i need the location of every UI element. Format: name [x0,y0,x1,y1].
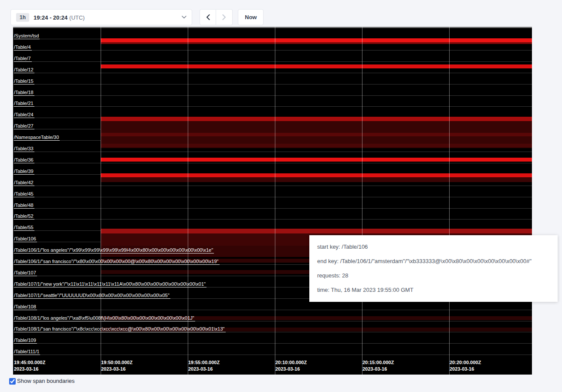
heat-band [101,38,532,42]
key-visualizer-canvas[interactable]: /System/tsd/Table/4/Table/7/Table/12/Tab… [13,27,532,375]
time-gridline [275,27,275,375]
span-boundary-line [13,73,532,73]
show-span-boundaries-checkbox[interactable] [9,378,16,385]
span-boundary-line [13,106,532,107]
span-boundary-line [13,208,532,209]
row-label: /Table/24 [14,112,34,118]
row-label: /Table/21 [14,101,34,107]
span-boundary-line [13,163,532,163]
heat-band [101,229,532,233]
toolbar: 1h 19:24 - 20:24(UTC) Now [10,9,264,25]
tooltip-start-key: start key: /Table/106 [317,243,550,250]
time-gridline [101,27,101,375]
x-axis-date: 2023-03-16 [14,366,45,372]
row-label: /Table/15 [14,78,34,84]
heat-band [101,177,532,182]
row-label: /Table/55 [14,225,34,231]
row-label: /Table/45 [14,191,34,197]
x-axis-label: 19:55:00.000Z2023-03-16 [188,359,220,372]
time-gridline [188,27,188,375]
row-label: /Table/106/1/"los angeles"/"\x99\x99\x99… [14,247,214,253]
time-range-timezone: (UTC) [69,14,85,21]
next-range-button[interactable] [216,9,233,25]
row-label: /NamespaceTable/30 [14,135,60,141]
now-button[interactable]: Now [238,9,264,25]
heat-band [101,42,532,44]
x-axis-date: 2023-03-16 [101,366,132,372]
row-label: /System/tsd [14,33,40,39]
show-span-boundaries-label: Show span boundaries [17,378,74,384]
row-label: /Table/107/1/"seattle"/"UUUUUUD\x00\x80\… [14,293,170,299]
row-label: /Table/108/1/"san francisco"/"\x8c\xcc\x… [14,326,226,332]
span-boundary-line [13,152,532,152]
x-axis-date: 2023-03-16 [188,366,220,372]
prev-range-button[interactable] [200,9,216,25]
x-axis-date: 2023-03-16 [275,366,307,372]
span-boundary-line [13,343,532,344]
row-label: /Table/39 [14,169,34,175]
x-axis-label: 19:50:00.000Z2023-03-16 [101,359,132,372]
x-axis-date: 2023-03-16 [362,366,394,372]
x-axis-label: 20:10:00.000Z2023-03-16 [275,359,307,372]
span-boundary-line [13,50,532,51]
row-label: /Table/107/1/"new york"/"\x11\x11\x11\x1… [14,281,207,287]
row-label: /Table/12 [14,67,34,73]
time-range-selector[interactable]: 1h 19:24 - 20:24(UTC) [10,9,192,25]
row-label: /Table/33 [14,146,34,152]
x-axis-label: 19:45:00.000Z2023-03-16 [14,359,45,372]
x-axis-time: 19:45:00.000Z [14,359,45,366]
row-label: /Table/7 [14,56,32,62]
time-range-value: 19:24 - 20:24 [34,14,68,21]
row-label: /Table/107 [14,270,37,276]
row-label: /Table/27 [14,123,34,129]
tooltip-requests: requests: 28 [317,272,550,279]
chevron-left-icon [206,14,210,20]
x-axis-date: 2023-03-16 [450,366,481,372]
span-boundary-line [13,355,532,355]
span-boundary-line [13,61,532,62]
span-boundary-line [13,27,532,28]
row-label: /Table/4 [14,44,32,51]
time-gridline [449,27,450,375]
chevron-right-icon [222,14,226,20]
heat-band [101,117,532,121]
time-preset-badge: 1h [16,13,29,22]
x-axis-time: 19:50:00.000Z [101,359,132,366]
show-span-boundaries-control: Show span boundaries [9,378,74,385]
span-boundary-line [13,95,532,96]
x-axis-time: 20:15:00.000Z [362,359,394,366]
x-axis-time: 19:55:00.000Z [188,359,220,366]
row-label: /Table/108 [14,304,37,310]
row-label: /Table/42 [14,180,34,186]
x-axis-time: 20:10:00.000Z [275,359,307,366]
x-axis-time: 20:20:00.000Z [450,359,481,366]
row-label: /Table/106/1/"san francisco"/"\x80\x00\x… [14,259,220,265]
tooltip-end-key: end key: /Table/106/1/"amsterdam"/"\xb33… [317,258,550,265]
heat-band [101,173,532,177]
row-label: /Table/108/1/"los angeles"/"\xa8\xf5\u00… [14,315,195,321]
chevron-down-icon [182,16,186,19]
row-label: /Table/18 [14,90,34,96]
tooltip-time: time: Thu, 16 Mar 2023 19:55:00 GMT [317,287,550,294]
span-boundary-line [13,186,532,186]
row-label: /Table/111/1 [14,349,40,355]
span-boundary-line [13,197,532,197]
row-label: /Table/36 [14,157,34,163]
time-nav-group [200,9,233,25]
row-label: /Table/48 [14,203,34,209]
heat-band [101,158,532,162]
span-boundary-line [13,84,532,84]
row-label: /Table/52 [14,213,34,220]
row-label: /Table/109 [14,338,37,344]
time-range-text: 19:24 - 20:24(UTC) [34,14,85,21]
heat-band [101,64,532,68]
heat-band [101,144,532,147]
span-boundary-line [13,310,532,310]
row-label: /Table/106 [14,236,37,242]
x-axis-label: 20:20:00.000Z2023-03-16 [450,359,481,372]
heat-band [101,133,532,136]
hover-tooltip: start key: /Table/106 end key: /Table/10… [309,235,558,302]
x-axis-label: 20:15:00.000Z2023-03-16 [362,359,394,372]
span-boundary-line [13,219,532,220]
time-gridline [362,27,362,375]
